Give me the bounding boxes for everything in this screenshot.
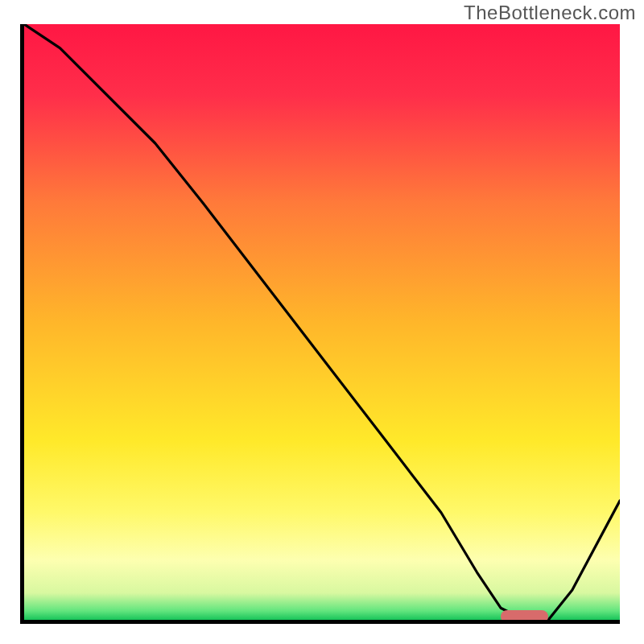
chart-container: TheBottleneck.com bbox=[0, 0, 644, 644]
x-axis bbox=[24, 620, 620, 624]
watermark-text: TheBottleneck.com bbox=[464, 2, 636, 24]
bottleneck-curve bbox=[24, 24, 620, 620]
y-axis bbox=[20, 24, 24, 624]
plot-area bbox=[24, 24, 620, 620]
